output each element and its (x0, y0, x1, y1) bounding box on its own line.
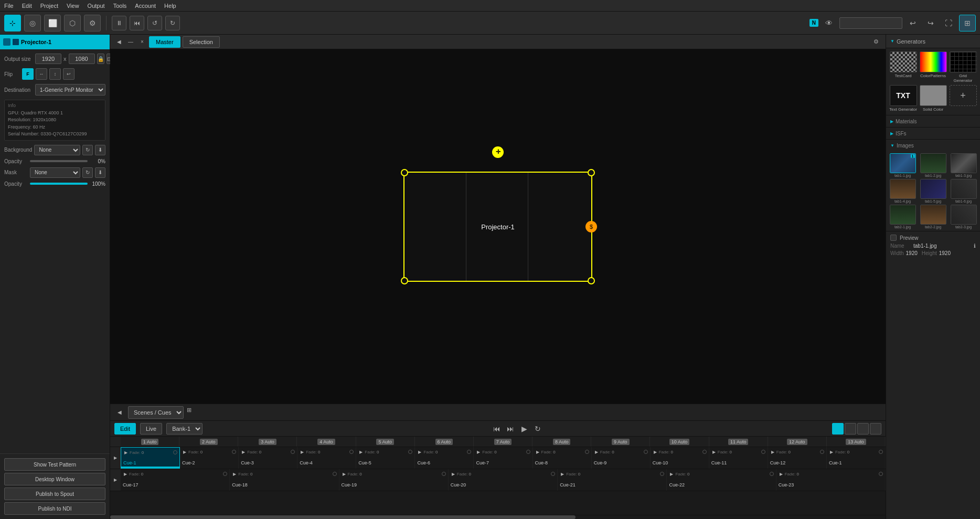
cue-cell-r1-8[interactable]: ▶ Fade: 0 Cue-9 (592, 447, 651, 469)
tl-add-btn[interactable]: ⊞ (187, 407, 198, 418)
cue-play-r1-2[interactable]: ▶ (241, 449, 246, 454)
image-thumb-8[interactable] (951, 205, 977, 225)
output-selector[interactable] (839, 17, 902, 29)
mask-tool-btn[interactable]: ⬡ (64, 15, 81, 31)
show-test-pattern-btn[interactable]: Show Test Pattern (4, 458, 105, 471)
image-thumb-0[interactable]: 1 (890, 153, 916, 173)
mask-refresh-btn[interactable]: ↻ (82, 167, 93, 178)
tab-master[interactable]: Master (149, 36, 180, 48)
cue-play-r2-5[interactable]: ▶ (669, 471, 674, 476)
materials-header[interactable]: ▶ Materials (886, 115, 980, 127)
canvas-settings-btn[interactable]: ⚙ (871, 37, 881, 47)
gen-testcard[interactable]: TestCard (889, 51, 917, 83)
cue-cell-r2-3[interactable]: ▶ Fade: 0 Cue-20 (449, 469, 558, 491)
projector-header[interactable]: Projector-1 (0, 35, 110, 49)
tl-skip-back-btn[interactable]: ⏮ (491, 423, 503, 435)
warp-tool-btn[interactable]: ⬜ (44, 15, 61, 31)
tl-view-large[interactable] (857, 423, 869, 435)
canvas-nav-up[interactable]: × (137, 37, 147, 47)
desktop-window-btn[interactable]: Desktop Window (4, 473, 105, 485)
cue-play-r1-0[interactable]: ▶ (123, 450, 129, 455)
tl-view-list[interactable] (870, 423, 881, 435)
tl-skip-next-btn[interactable]: ⏭ (505, 423, 516, 435)
cue-play-r1-9[interactable]: ▶ (653, 449, 658, 454)
destination-select[interactable]: 1-Generic PnP Monitor (35, 84, 105, 96)
cue-cell-r2-4[interactable]: ▶ Fade: 0 Cue-21 (558, 469, 667, 491)
edit-btn[interactable]: Edit (114, 423, 136, 435)
cue-play-r1-10[interactable]: ▶ (711, 449, 717, 454)
handle-top-left[interactable] (401, 169, 408, 176)
flip-v-btn[interactable]: ↕ (49, 68, 61, 80)
image-thumb-6[interactable] (890, 205, 916, 225)
image-thumb-7[interactable] (920, 205, 946, 225)
cue-row-1-play[interactable]: ▶ (112, 454, 119, 462)
cue-cell-r2-6[interactable]: ▶ Fade: 0 Cue-23 (776, 469, 886, 491)
output-settings-btn[interactable]: ⊞ (959, 15, 976, 31)
images-header[interactable]: ▼ Images (886, 140, 980, 151)
gen-add-btn[interactable]: + (950, 85, 977, 106)
eye-btn[interactable]: 👁 (822, 16, 836, 30)
bank-select[interactable]: Bank-1 (166, 423, 203, 435)
timeline-scroll[interactable] (110, 515, 886, 519)
background-select[interactable]: None (34, 145, 80, 155)
cue-play-r1-1[interactable]: ▶ (182, 449, 187, 454)
cue-cell-r1-1[interactable]: ▶ Fade: 0 Cue-2 (180, 447, 239, 469)
right-scale-handle[interactable]: $ (585, 221, 597, 232)
menu-project[interactable]: Project (40, 3, 58, 9)
tab-selection[interactable]: Selection (183, 36, 220, 48)
cue-cell-r1-9[interactable]: ▶ Fade: 0 Cue-10 (651, 447, 709, 469)
flip-h-btn[interactable]: ↔ (36, 68, 47, 80)
handle-bottom-left[interactable] (401, 277, 408, 284)
gen-grid[interactable]: Grid Generator (949, 51, 977, 83)
gen-text[interactable]: TXT Text Generator (889, 85, 917, 112)
cue-play-r1-3[interactable]: ▶ (300, 449, 305, 454)
menu-output[interactable]: Output (88, 3, 105, 9)
menu-edit[interactable]: Edit (22, 3, 32, 9)
cue-play-r1-5[interactable]: ▶ (417, 449, 422, 454)
cue-cell-r1-6[interactable]: ▶ Fade: 0 Cue-7 (474, 447, 532, 469)
width-input[interactable] (35, 54, 61, 64)
gen-add[interactable]: + (949, 85, 977, 112)
center-move-handle[interactable]: ✛ (492, 146, 504, 158)
background-refresh-btn[interactable]: ↻ (82, 145, 93, 155)
cue-play-r1-4[interactable]: ▶ (358, 449, 364, 454)
loop-btn[interactable]: ↺ (147, 16, 162, 30)
cue-row-2-play[interactable]: ▶ (112, 476, 119, 484)
cue-cell-r1-4[interactable]: ▶ Fade: 0 Cue-5 (356, 447, 415, 469)
settings-tool-btn[interactable]: ⚙ (84, 15, 101, 31)
handle-top-right[interactable] (588, 169, 595, 176)
lock-btn[interactable]: 🔒 (97, 54, 104, 64)
tl-view-small[interactable] (832, 423, 844, 435)
step-btn[interactable]: ⏮ (130, 16, 144, 30)
cue-cell-r2-2[interactable]: ▶ Fade: 0 Cue-19 (339, 469, 449, 491)
live-btn[interactable]: Live (140, 423, 162, 435)
cue-cell-r1-7[interactable]: ▶ Fade: 0 Cue-8 (533, 447, 592, 469)
preview-checkbox[interactable] (890, 235, 897, 241)
preview-info-icon[interactable]: ℹ (974, 243, 976, 249)
cue-cell-r2-5[interactable]: ▶ Fade: 0 Cue-22 (667, 469, 776, 491)
tl-refresh-btn[interactable]: ↻ (532, 423, 544, 435)
publish-to-ndi-btn[interactable]: Publish to NDI (4, 502, 105, 515)
image-thumb-3[interactable] (890, 179, 916, 199)
timeline-scrollbar-thumb[interactable] (110, 515, 576, 519)
gen-colorpatterns[interactable]: ColorPatterns (919, 51, 947, 83)
mask-download-btn[interactable]: ⬇ (95, 167, 105, 178)
cue-play-r2-2[interactable]: ▶ (342, 471, 347, 476)
image-thumb-4[interactable] (920, 179, 946, 199)
cue-play-r1-8[interactable]: ▶ (594, 449, 599, 454)
background-download-btn[interactable]: ⬇ (95, 145, 105, 155)
menu-help[interactable]: Help (164, 3, 176, 9)
mask-select[interactable]: None (30, 167, 80, 178)
cue-play-r2-6[interactable]: ▶ (779, 471, 784, 476)
menu-file[interactable]: File (4, 3, 14, 9)
cue-cell-r1-3[interactable]: ▶ Fade: 0 Cue-4 (297, 447, 356, 469)
cue-cell-r2-0[interactable]: ▶ Fade: 0 Cue-17 (121, 469, 230, 491)
image-thumb-5[interactable] (951, 179, 977, 199)
undo-btn[interactable]: ↩ (906, 16, 920, 30)
cue-play-r1-7[interactable]: ▶ (535, 449, 540, 454)
cue-play-r2-3[interactable]: ▶ (451, 471, 456, 476)
isfs-header[interactable]: ▶ ISFs (886, 128, 980, 139)
cue-play-r2-0[interactable]: ▶ (123, 471, 128, 476)
node-tool-btn[interactable]: ◎ (24, 15, 41, 31)
select-tool-btn[interactable]: ⊹ (4, 15, 21, 31)
